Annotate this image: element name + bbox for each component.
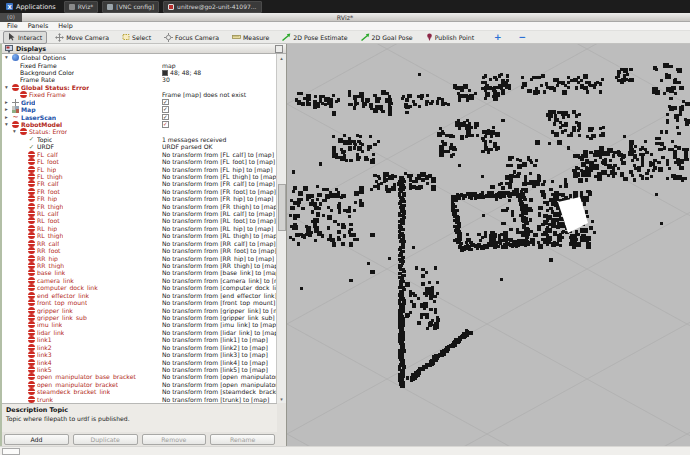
row-value[interactable]: No transform from [link1] to [map] — [162, 336, 277, 343]
tree-row[interactable]: Fixed Frame Frame [map] does not exist — [2, 91, 277, 98]
row-value[interactable]: No transform from [steamdeck_bracket_li.… — [162, 388, 277, 395]
taskbar-window-button[interactable]: unitree@go2-unit-41097... — [163, 1, 261, 13]
row-value[interactable]: No transform from [imu_link] to [map] — [162, 321, 277, 328]
tool-select[interactable]: Select — [117, 31, 156, 44]
tree-row[interactable]: base_link No transform from [base_link] … — [2, 269, 277, 276]
row-value[interactable]: No transform from [link2] to [map] — [162, 344, 277, 351]
menu-file[interactable]: File — [7, 22, 18, 30]
expand-arrow-icon[interactable]: ▾ — [5, 121, 12, 128]
tree-row[interactable]: gripper_link_sub No transform from [grip… — [2, 314, 277, 321]
tree-row[interactable]: Fixed Frame map — [2, 61, 277, 68]
tree-row[interactable]: link4 No transform from [link4] to [map] — [2, 358, 277, 365]
row-value[interactable]: No transform from [RL_hip] to [map] — [162, 225, 277, 232]
tree-row[interactable]: FR_hip No transform from [FR_hip] to [ma… — [2, 195, 277, 202]
tree-row[interactable]: ✓ URDF URDF parsed OK — [2, 143, 277, 150]
tree-row[interactable]: RL_hip No transform from [RL_hip] to [ma… — [2, 225, 277, 232]
tree-row[interactable]: RL_foot No transform from [RL_foot] to [… — [2, 217, 277, 224]
tree-row[interactable]: link1 No transform from [link1] to [map] — [2, 336, 277, 343]
row-value[interactable]: No transform from [gripper_link] to [map… — [162, 307, 277, 314]
row-value[interactable]: Frame [map] does not exist — [162, 91, 277, 98]
tool-interact[interactable]: Interact — [3, 31, 47, 44]
menu-panels[interactable]: Panels — [28, 22, 49, 30]
displays-panel-header[interactable]: Displays — [2, 44, 286, 54]
row-value[interactable]: No transform from [RL_thigh] to [map] — [162, 232, 277, 239]
tree-row[interactable]: FL_thigh No transform from [FL_thigh] to… — [2, 173, 277, 180]
remove-button[interactable]: Remove — [142, 434, 207, 445]
row-value[interactable]: ✓ — [162, 121, 277, 128]
tree-row[interactable]: FL_calf No transform from [FL_calf] to [… — [2, 150, 277, 157]
applications-menu[interactable]: X Applications — [2, 1, 60, 12]
tree-row[interactable]: open_manipulator_base_bracket No transfo… — [2, 373, 277, 380]
row-value[interactable]: No transform from [FR_foot] to [map] — [162, 188, 277, 195]
row-value[interactable]: ✓ — [162, 99, 277, 106]
tree-row[interactable]: front_top_mount No transform from [front… — [2, 299, 277, 306]
row-value[interactable]: No transform from [RL_calf] to [map] — [162, 210, 277, 217]
row-value[interactable]: 30 — [162, 76, 277, 83]
menu-help[interactable]: Help — [58, 22, 73, 30]
tree-row[interactable]: FR_foot No transform from [FR_foot] to [… — [2, 188, 277, 195]
row-value[interactable]: No transform from [FL_calf] to [map] — [162, 151, 277, 158]
tool-point[interactable]: Publish Point — [421, 31, 479, 44]
tree-row[interactable]: ▾ RobotModel ✓ — [2, 121, 277, 128]
tree-row[interactable]: imu_link No transform from [imu_link] to… — [2, 321, 277, 328]
row-value[interactable]: No transform from [computer_dock_link] .… — [162, 284, 277, 291]
row-value[interactable]: ✓ — [162, 106, 277, 113]
row-value[interactable]: No transform from [FL_hip] to [map] — [162, 166, 277, 173]
tree-row[interactable]: ▸ Grid ✓ — [2, 99, 277, 106]
tool-focus[interactable]: Focus Camera — [159, 31, 224, 44]
row-value[interactable]: No transform from [FL_thigh] to [map] — [162, 173, 277, 180]
taskbar-window-button[interactable]: RViz* — [64, 1, 99, 13]
render-view[interactable] — [287, 44, 690, 446]
expand-arrow-icon[interactable]: ▸ — [5, 99, 12, 106]
tree-row[interactable]: RR_hip No transform from [RR_hip] to [ma… — [2, 254, 277, 261]
tree-row[interactable]: RR_thigh No transform from [RR_thigh] to… — [2, 262, 277, 269]
row-value[interactable]: map — [162, 62, 277, 69]
tree-row[interactable]: Background Color 48; 48; 48 — [2, 69, 277, 76]
tree-row[interactable]: FR_thigh No transform from [FR_thigh] to… — [2, 202, 277, 209]
scroll-up-icon[interactable]: ▴ — [277, 54, 286, 62]
row-value[interactable]: No transform from [RR_thigh] to [map] — [162, 262, 277, 269]
expand-arrow-icon[interactable]: ▾ — [5, 84, 12, 91]
add-button[interactable]: Add — [4, 434, 69, 445]
enabled-checkbox[interactable]: ✓ — [162, 106, 169, 113]
row-value[interactable]: No transform from [link5] to [map] — [162, 366, 277, 373]
tree-row[interactable]: RL_calf No transform from [RL_calf] to [… — [2, 210, 277, 217]
enabled-checkbox[interactable]: ✓ — [162, 99, 169, 106]
panel-float-button[interactable] — [275, 45, 283, 53]
tree-row[interactable]: lidar_link No transform from [lidar_link… — [2, 329, 277, 336]
row-value[interactable]: ✓ — [162, 114, 277, 121]
row-value[interactable]: No transform from [FR_thigh] to [map] — [162, 203, 277, 210]
row-value[interactable]: No transform from [link4] to [map] — [162, 359, 277, 366]
tree-row[interactable]: ▸ Map ✓ — [2, 106, 277, 113]
expand-arrow-icon[interactable]: ▾ — [13, 128, 20, 135]
scroll-down-icon[interactable]: ▾ — [277, 395, 286, 403]
tree-row[interactable]: link5 No transform from [link5] to [map] — [2, 366, 277, 373]
row-value[interactable]: No transform from [RR_calf] to [map] — [162, 240, 277, 247]
window-titlebar[interactable]: (0) RViz* — [0, 13, 690, 22]
tree-row[interactable]: RL_thigh No transform from [RL_thigh] to… — [2, 232, 277, 239]
tool-move[interactable]: Move Camera — [50, 31, 114, 44]
tree-row[interactable]: link2 No transform from [link2] to [map] — [2, 343, 277, 350]
scrollbar-thumb[interactable] — [278, 184, 286, 231]
row-value[interactable]: No transform from [FR_hip] to [map] — [162, 195, 277, 202]
row-value[interactable]: No transform from [camera_link] to [map] — [162, 277, 277, 284]
row-value[interactable]: No transform from [RL_foot] to [map] — [162, 217, 277, 224]
add-tool-button[interactable]: + — [494, 32, 502, 42]
taskbar-window-button[interactable]: [VNC config] — [102, 1, 159, 13]
tree-row[interactable]: ▾ Global Status: Error — [2, 84, 277, 91]
row-value[interactable]: No transform from [base_link] to [map] — [162, 269, 277, 276]
row-value[interactable]: No transform from [open_manipulator_br.. — [162, 381, 277, 388]
row-value[interactable]: URDF parsed OK — [162, 143, 277, 150]
row-value[interactable]: No transform from [FL_foot] to [map] — [162, 158, 277, 165]
tree-row[interactable]: Frame Rate 30 — [2, 76, 277, 83]
tree-row[interactable]: RR_foot No transform from [RR_foot] to [… — [2, 247, 277, 254]
row-value[interactable]: 1 messages received — [162, 136, 277, 143]
row-value[interactable]: No transform from [trunk] to [map] — [162, 396, 277, 403]
enabled-checkbox[interactable]: ✓ — [162, 114, 169, 121]
tree-row[interactable]: end_effector_link No transform from [end… — [2, 292, 277, 299]
tree-row[interactable]: camera_link No transform from [camera_li… — [2, 277, 277, 284]
row-value[interactable]: No transform from [gripper_link_sub] to … — [162, 314, 277, 321]
expand-arrow-icon[interactable]: ▸ — [5, 106, 12, 113]
row-value[interactable]: No transform from [lidar_link] to [map] — [162, 329, 277, 336]
tree-row[interactable]: FL_foot No transform from [FL_foot] to [… — [2, 158, 277, 165]
